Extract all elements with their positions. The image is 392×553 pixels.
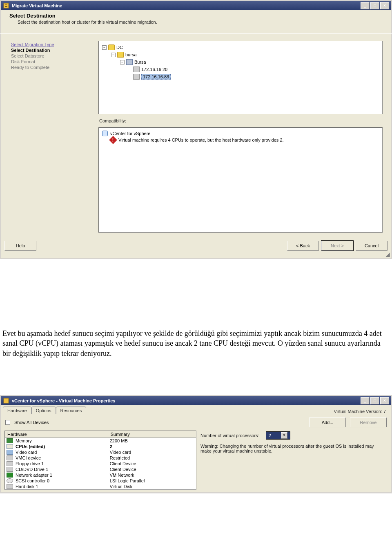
hardware-table[interactable]: Hardware Summary Memory2200 MBCPUs (edit… — [4, 431, 196, 490]
titlebar[interactable]: Migrate Virtual Machine _ □ × — [1, 1, 391, 10]
device-name: Memory — [16, 438, 32, 443]
app-icon — [3, 398, 9, 404]
step-select-datastore: Select Datastore — [11, 53, 93, 59]
page-subtitle: Select the destination host or cluster f… — [9, 19, 383, 29]
window-title: Migrate Virtual Machine — [12, 1, 357, 10]
divider — [0, 33, 392, 34]
close-button[interactable]: × — [380, 397, 389, 404]
article-text: Evet bu aşamada hedef sunucu seçimi yapı… — [0, 329, 392, 358]
device-summary: VM Network — [108, 472, 196, 478]
tab-resources[interactable]: Resources — [56, 406, 87, 414]
cluster-icon — [126, 59, 133, 65]
minimize-button[interactable]: _ — [361, 397, 370, 404]
expander-icon[interactable]: − — [120, 60, 125, 64]
table-row[interactable]: Floppy drive 1Client Device — [5, 461, 196, 466]
tree-node-host[interactable]: 172.16.16.20 — [102, 66, 379, 73]
table-row[interactable]: Memory2200 MB — [5, 438, 196, 444]
tree-node-dc[interactable]: − DC — [102, 44, 379, 51]
next-button[interactable]: Next > — [321, 241, 353, 251]
add-button[interactable]: Add... — [309, 418, 346, 427]
maximize-button[interactable]: □ — [370, 397, 379, 404]
back-button[interactable]: < Back — [287, 241, 319, 251]
table-row[interactable]: VMCI deviceRestricted — [5, 455, 196, 461]
tree-label: Bursa — [134, 60, 146, 64]
cpu-icon — [7, 444, 13, 449]
table-row[interactable]: CD/DVD Drive 1Client Device — [5, 466, 196, 472]
device-icon — [7, 455, 13, 460]
info-icon — [102, 131, 108, 136]
table-row[interactable]: CPUs (edited)2 — [5, 444, 196, 449]
tree-label: DC — [116, 45, 123, 50]
close-button[interactable]: × — [380, 2, 389, 9]
col-summary: Summary — [108, 431, 196, 438]
migrate-dialog: Migrate Virtual Machine _ □ × Select Des… — [0, 0, 392, 259]
tree-label: bursa — [125, 52, 137, 57]
tree-label: 172.16.16.20 — [141, 67, 167, 72]
datacenter-icon — [108, 44, 115, 50]
tabs: Hardware Options Resources Virtual Machi… — [1, 405, 391, 414]
device-name: Floppy drive 1 — [16, 461, 44, 466]
device-summary: Restricted — [108, 455, 196, 461]
device-summary: 2 — [108, 444, 196, 449]
window-title: vCenter for vSphere - Virtual Machine Pr… — [12, 396, 357, 405]
svg-rect-1 — [4, 398, 9, 403]
device-summary: Client Device — [108, 466, 196, 472]
device-name: Video card — [16, 450, 37, 455]
device-name: SCSI controller 0 — [16, 478, 49, 483]
expander-icon[interactable]: − — [102, 45, 107, 50]
tree-node-host-selected[interactable]: 172.16.16.83 — [102, 73, 379, 80]
vm-version-label: Virtual Machine Version: 7 — [330, 407, 389, 414]
compat-error: ! Virtual machine requires 4 CPUs to ope… — [102, 137, 379, 143]
processor-pane: Number of virtual processors: 2 ▼ Warnin… — [200, 431, 388, 490]
tree-label: 172.16.16.83 — [141, 74, 171, 80]
remove-button: Remove — [350, 418, 387, 427]
wizard-steps: Select Migration Type Select Destination… — [9, 41, 95, 233]
compat-item-label: vCenter for vSphere — [110, 131, 150, 136]
expander-icon[interactable]: − — [111, 53, 116, 57]
tree-node-folder[interactable]: − bursa — [102, 51, 379, 58]
step-ready: Ready to Complete — [11, 64, 93, 70]
proc-count-label: Number of virtual processors: — [200, 433, 259, 438]
tree-node-cluster[interactable]: − Bursa — [102, 58, 379, 66]
compatibility-panel: vCenter for vSphere ! Virtual machine re… — [98, 127, 383, 233]
table-row[interactable]: Hard disk 1Virtual Disk — [5, 484, 196, 489]
device-summary: LSI Logic Parallel — [108, 478, 196, 484]
minimize-button[interactable]: _ — [361, 2, 370, 9]
titlebar[interactable]: vCenter for vSphere - Virtual Machine Pr… — [1, 396, 391, 405]
device-icon — [7, 461, 13, 466]
error-icon: ! — [109, 136, 117, 144]
resize-grip[interactable]: ◢ — [1, 252, 391, 258]
maximize-button[interactable]: □ — [370, 2, 379, 9]
col-hardware: Hardware — [5, 431, 108, 438]
device-name: Hard disk 1 — [16, 484, 38, 489]
device-name: VMCI device — [16, 455, 41, 460]
scsi-icon — [7, 478, 13, 483]
destination-tree[interactable]: − DC − bursa − Bursa — [98, 41, 383, 114]
host-icon — [133, 67, 140, 72]
step-select-destination: Select Destination — [11, 47, 93, 53]
device-name: Network adapter 1 — [16, 473, 52, 477]
show-all-checkbox[interactable] — [5, 420, 10, 425]
device-summary: Video card — [108, 449, 196, 455]
device-name: CPUs (edited) — [16, 444, 45, 449]
proc-count-value: 2 — [269, 433, 271, 438]
proc-count-select[interactable]: 2 ▼ — [266, 431, 290, 440]
cancel-button[interactable]: Cancel — [356, 241, 388, 251]
device-icon — [7, 484, 13, 489]
table-row[interactable]: Network adapter 1VM Network — [5, 472, 196, 478]
compat-error-text: Virtual machine requires 4 CPUs to opera… — [118, 138, 284, 142]
tab-hardware[interactable]: Hardware — [3, 406, 31, 414]
table-row[interactable]: SCSI controller 0LSI Logic Parallel — [5, 478, 196, 484]
app-icon — [3, 2, 9, 9]
show-all-label: Show All Devices — [14, 420, 49, 425]
step-migration-type[interactable]: Select Migration Type — [11, 42, 93, 47]
svg-rect-0 — [4, 3, 9, 8]
table-row[interactable]: Video cardVideo card — [5, 449, 196, 455]
video-icon — [7, 450, 13, 455]
tab-options[interactable]: Options — [31, 406, 56, 414]
page-title: Select Destination — [9, 13, 383, 19]
table-header: Hardware Summary — [5, 431, 196, 438]
help-button[interactable]: Help — [4, 241, 36, 251]
compat-item: vCenter for vSphere — [102, 130, 379, 137]
button-row: Help < Back Next > Cancel — [1, 238, 391, 252]
